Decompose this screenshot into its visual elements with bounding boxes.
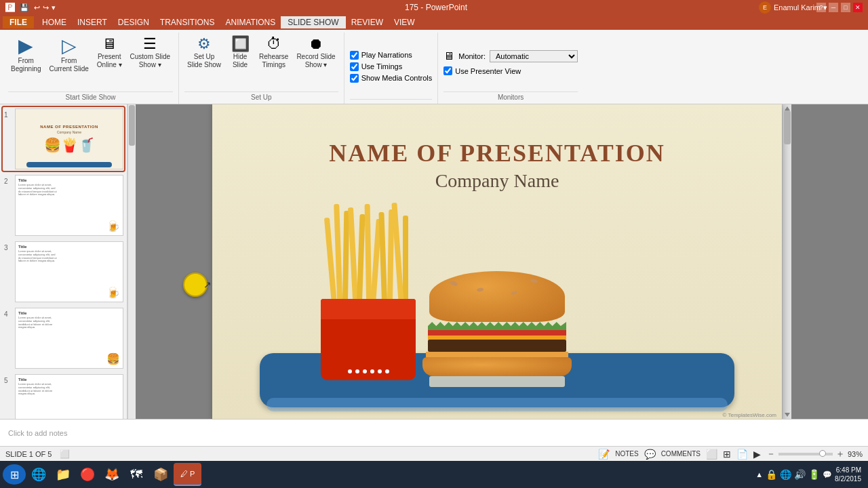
tray-battery[interactable]: 🔋 — [808, 469, 820, 480]
quick-save[interactable]: 💾 — [18, 3, 31, 13]
system-clock: 6:48 PM 8/2/2015 — [835, 466, 861, 483]
user-avatar: E — [759, 1, 771, 14]
taskbar-firefox[interactable]: 🦊 — [100, 463, 123, 486]
from-beginning-button[interactable]: ▶ FromBeginning — [8, 35, 43, 75]
review-menu[interactable]: REVIEW — [346, 16, 389, 28]
tray-security[interactable]: 🔒 — [766, 469, 777, 480]
record-slide-button[interactable]: ⏺ Record SlideShow ▾ — [294, 35, 338, 70]
rehearse-button[interactable]: ⏱ RehearseTimings — [256, 35, 291, 70]
insert-menu[interactable]: INSERT — [72, 16, 113, 28]
monitors-label: Monitors — [443, 92, 578, 101]
slideshow-icon[interactable]: ▶ — [753, 449, 761, 460]
close-button[interactable]: ✕ — [853, 3, 863, 12]
window-title: 175 - PowerPoint — [56, 3, 816, 12]
notes-bar[interactable]: Click to add notes — [0, 419, 868, 446]
reading-view-icon[interactable]: 📄 — [736, 449, 748, 460]
view-menu[interactable]: VIEW — [389, 16, 420, 28]
zoom-control: － ＋ 93% — [766, 448, 863, 460]
setup-slideshow-label: Set UpSlide Show — [187, 53, 221, 69]
custom-show-button[interactable]: ☰ Custom SlideShow ▾ — [127, 35, 173, 70]
taskbar-media[interactable]: 🔴 — [76, 463, 99, 486]
tray-up-arrow[interactable]: ▲ — [755, 470, 763, 479]
quick-undo[interactable]: ↩ — [34, 3, 40, 12]
slide-preview-5: Title Lorem ipsum dolor sit amet,consect… — [15, 374, 123, 419]
start-button[interactable]: ⊞ — [3, 464, 26, 485]
record-slide-icon: ⏺ — [309, 37, 323, 52]
user-name: Enamul Karim — [774, 3, 821, 12]
app-icon: 🅿 — [5, 2, 15, 13]
taskbar: ⊞ 🌐 📁 🔴 🦊 🗺 📦 🖊 P ▲ 🔒 🌐 🔊 🔋 💬 6:48 PM 8/… — [0, 461, 868, 488]
user-chevron[interactable]: ▾ — [823, 3, 827, 12]
panel-scrollbar[interactable] — [127, 104, 136, 419]
user-area[interactable]: E Enamul Karim ▾ — [759, 0, 827, 15]
play-narrations-checkbox[interactable]: Play Narrations — [350, 51, 433, 60]
taskbar-maps[interactable]: 🗺 — [125, 463, 148, 486]
file-menu[interactable]: FILE — [3, 16, 34, 28]
animations-menu[interactable]: ANIMATIONS — [220, 16, 281, 28]
settings-group: Play Narrations Use Timings Show Media C… — [344, 33, 439, 104]
monitor-select[interactable]: Automatic — [490, 50, 578, 62]
notes-icon[interactable]: 📝 — [598, 449, 610, 460]
cursor-arrow: ↗ — [203, 279, 212, 290]
taskbar-powerpoint[interactable]: 🖊 P — [174, 463, 201, 486]
present-online-label: PresentOnline ▾ — [97, 53, 122, 69]
fries-container — [307, 204, 429, 380]
normal-view-icon[interactable]: ⬜ — [706, 449, 717, 460]
home-menu[interactable]: HOME — [37, 16, 72, 28]
maximize-button[interactable]: □ — [841, 3, 850, 12]
slide-subtitle: Company Name — [212, 170, 782, 192]
ribbon: ▶ FromBeginning ▷ FromCurrent Slide 🖥 Pr… — [0, 30, 868, 104]
tray-network[interactable]: 🌐 — [780, 469, 791, 480]
notes-placeholder: Click to add notes — [8, 429, 67, 437]
comments-icon[interactable]: 💬 — [644, 449, 656, 460]
slideshow-menu[interactable]: SLIDE SHOW — [281, 16, 345, 28]
present-online-button[interactable]: 🖥 PresentOnline ▾ — [94, 35, 125, 70]
slide-title: NAME OF PRESENTATION — [212, 139, 782, 167]
taskbar-store[interactable]: 📦 — [149, 463, 172, 486]
canvas-area: ↗ NAME OF PRESENTATION Company Name — [136, 104, 868, 419]
setup-slideshow-icon: ⚙ — [197, 37, 211, 52]
zoom-out-button[interactable]: － — [766, 448, 776, 460]
slidesorter-icon[interactable]: ⊞ — [723, 449, 731, 460]
setup-group: ⚙ Set UpSlide Show 🔲 HideSlide ⏱ Rehears… — [179, 33, 344, 104]
slide-thumb-4[interactable]: 4 Title Lorem ipsum dolor sit amet,conse… — [3, 306, 124, 370]
from-current-label: FromCurrent Slide — [49, 57, 88, 73]
canvas-scrollbar[interactable] — [782, 104, 791, 419]
menu-bar: FILE HOME INSERT DESIGN TRANSITIONS ANIM… — [0, 15, 868, 30]
record-slide-label: Record SlideShow ▾ — [296, 53, 335, 69]
design-menu[interactable]: DESIGN — [113, 16, 155, 28]
use-timings-checkbox[interactable]: Use Timings — [350, 62, 433, 71]
slide-info: SLIDE 1 OF 5 — [5, 450, 52, 458]
rehearse-icon: ⏱ — [267, 37, 281, 52]
taskbar-explorer[interactable]: 📁 — [52, 463, 75, 486]
hide-slide-button[interactable]: 🔲 HideSlide — [226, 35, 254, 70]
from-current-icon: ▷ — [62, 37, 77, 56]
slide-canvas[interactable]: NAME OF PRESENTATION Company Name — [212, 104, 782, 419]
slide-preview-3: Title Lorem ipsum dolor sit amet,consect… — [15, 241, 123, 302]
zoom-slider[interactable] — [778, 453, 833, 455]
title-bar: 🅿 💾 ↩ ↪ ▾ 175 - PowerPoint ? ─ □ ✕ E Ena… — [0, 0, 868, 15]
from-beginning-icon: ▶ — [18, 37, 33, 56]
from-beginning-label: FromBeginning — [11, 57, 41, 73]
quick-redo[interactable]: ↪ — [43, 3, 49, 12]
settings-label — [350, 99, 433, 101]
tray-action-center[interactable]: 💬 — [823, 470, 832, 479]
from-current-button[interactable]: ▷ FromCurrent Slide — [46, 35, 91, 75]
slide-thumb-2[interactable]: 2 Title Lorem ipsum dolor sit amet,conse… — [3, 174, 124, 237]
slide-thumb-1[interactable]: 1 NAME OF PRESENTATION Company Name 🍔🍟🥤 — [3, 107, 124, 171]
slide-thumb-5[interactable]: 5 Title Lorem ipsum dolor sit amet,conse… — [3, 373, 124, 419]
show-media-checkbox[interactable]: Show Media Controls — [350, 74, 433, 83]
minimize-button[interactable]: ─ — [829, 3, 838, 12]
show-media-label: Show Media Controls — [361, 74, 433, 82]
slide-thumb-3[interactable]: 3 Title Lorem ipsum dolor sit amet,conse… — [3, 240, 124, 304]
fries-box — [321, 299, 416, 380]
zoom-in-button[interactable]: ＋ — [835, 448, 845, 460]
presenter-view-checkbox[interactable]: Use Presenter View — [443, 66, 521, 75]
status-bar: SLIDE 1 OF 5 ⬜ 📝 NOTES 💬 COMMENTS ⬜ ⊞ 📄 … — [0, 446, 868, 461]
transitions-menu[interactable]: TRANSITIONS — [155, 16, 220, 28]
comments-label: COMMENTS — [661, 450, 701, 458]
tray-volume[interactable]: 🔊 — [794, 469, 806, 480]
slide-preview-2: Title Lorem ipsum dolor sit amet,consect… — [15, 175, 123, 236]
taskbar-ie[interactable]: 🌐 — [27, 463, 50, 486]
setup-slideshow-button[interactable]: ⚙ Set UpSlide Show — [184, 35, 224, 70]
